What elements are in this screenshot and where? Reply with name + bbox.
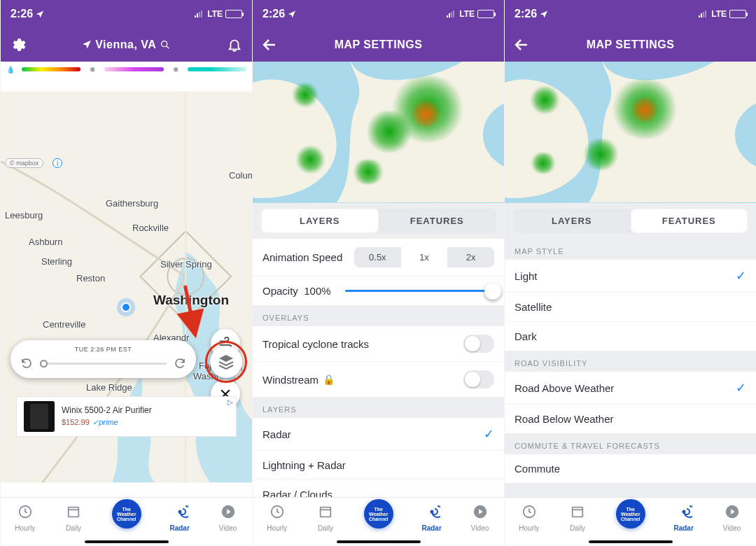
back-button[interactable] [513, 36, 530, 53]
speed-0-5x[interactable]: 0.5x [354, 247, 401, 267]
twc-logo-icon: The Weather Channel [364, 499, 393, 528]
row-lightning-radar[interactable]: Lightning + Radar [253, 450, 504, 479]
map-legend: 💧 ❄︎ ❄ [1, 62, 252, 77]
history-forward-button[interactable] [172, 356, 188, 371]
row-style-light[interactable]: Light✓ [505, 260, 756, 292]
back-button[interactable] [261, 36, 278, 53]
tab-hourly[interactable]: Hourly [15, 502, 35, 532]
tab-radar[interactable]: Radar [673, 502, 693, 532]
status-bar: 2:26 LTE [505, 0, 756, 28]
clock-icon [522, 504, 537, 519]
speed-1x[interactable]: 1x [401, 247, 448, 267]
tab-daily[interactable]: Daily [64, 502, 83, 532]
row-radar[interactable]: Radar✓ [253, 418, 504, 450]
section-map-style: MAP STYLE [505, 239, 756, 260]
speed-segment[interactable]: 0.5x 1x 2x [354, 247, 494, 267]
ad-banner[interactable]: Winix 5500-2 Air Purifier $152.99 ✓prime… [16, 396, 237, 437]
app-bar: Vienna, VA [1, 28, 252, 62]
play-icon [472, 504, 488, 519]
signal-icon [699, 10, 708, 18]
row-windstream[interactable]: Windstream🔒 [253, 361, 504, 397]
tab-home[interactable]: The Weather Channel [616, 499, 645, 528]
home-indicator [337, 540, 421, 543]
speed-2x[interactable]: 2x [447, 247, 494, 267]
city-label: Colum [229, 170, 252, 181]
city-label: Centreville [43, 319, 85, 330]
row-style-satellite[interactable]: Satellite [505, 292, 756, 321]
bell-icon[interactable] [227, 37, 242, 52]
tab-hourly[interactable]: Hourly [267, 502, 287, 532]
clock-icon [270, 504, 285, 519]
tab-daily[interactable]: Daily [568, 502, 587, 532]
lock-icon: 🔒 [323, 374, 335, 385]
layers-features-segment[interactable]: LAYERS FEATURES [513, 209, 748, 233]
layers-icon [218, 354, 234, 370]
battery-icon [729, 10, 746, 18]
history-back-icon [20, 357, 33, 370]
tab-bar: Hourly Daily The Weather Channel Radar V… [1, 497, 252, 546]
layers-features-segment[interactable]: LAYERS FEATURES [261, 209, 496, 233]
history-back-button[interactable] [19, 356, 34, 371]
layers-fab[interactable] [210, 346, 242, 378]
row-road-below[interactable]: Road Below Weather [505, 404, 756, 433]
play-icon [220, 504, 236, 519]
section-overlays: OVERLAYS [253, 305, 504, 326]
time-slider[interactable] [40, 363, 167, 365]
segment-layers[interactable]: LAYERS [261, 209, 379, 233]
city-label: Lake Ridge [86, 382, 132, 393]
signal-icon [195, 10, 204, 18]
tab-radar[interactable]: Radar [169, 502, 189, 532]
tab-home[interactable]: The Weather Channel [364, 499, 393, 528]
tab-daily[interactable]: Daily [316, 502, 335, 532]
svg-rect-14 [573, 507, 583, 517]
home-indicator [85, 540, 169, 543]
segment-features[interactable]: FEATURES [379, 209, 496, 233]
animation-time-bar: TUE 2:26 PM EST [10, 340, 196, 378]
location-arrow-icon [288, 10, 296, 18]
toggle-tropical[interactable] [463, 335, 494, 353]
opacity-slider[interactable] [345, 290, 494, 292]
ad-choices-icon[interactable]: ▷ [227, 398, 233, 406]
segment-layers[interactable]: LAYERS [513, 209, 631, 233]
tab-home[interactable]: The Weather Channel [112, 499, 141, 528]
arrow-left-icon [261, 36, 278, 53]
tab-radar[interactable]: Radar [421, 502, 441, 532]
panel-main-map: 2:26 LTE Vienna, VA 💧 ❄︎ ❄ [0, 0, 252, 546]
ad-image [24, 401, 55, 432]
row-style-dark[interactable]: Dark [505, 321, 756, 351]
calendar-icon [66, 504, 81, 519]
tab-video[interactable]: Video [218, 502, 238, 532]
rain-icon: 💧 [6, 66, 13, 74]
segment-features[interactable]: FEATURES [631, 209, 748, 233]
radar-map[interactable]: © mapbox i Colum Gaithersburg Rockville … [1, 77, 252, 497]
status-bar: 2:26 LTE [253, 0, 504, 28]
row-tropical-cyclone[interactable]: Tropical cyclone tracks [253, 326, 504, 361]
tab-bar: Hourly Daily The Weather Channel Radar V… [505, 497, 756, 546]
row-commute[interactable]: Commute [505, 454, 756, 483]
info-icon[interactable]: i [52, 158, 62, 168]
toggle-windstream[interactable] [463, 370, 494, 388]
row-road-above[interactable]: Road Above Weather✓ [505, 372, 756, 404]
tab-video[interactable]: Video [470, 502, 490, 532]
ad-title: Winix 5500-2 Air Purifier [62, 405, 152, 415]
page-title: MAP SETTINGS [587, 38, 675, 51]
location-arrow-icon [82, 39, 92, 49]
city-label: Ashburn [29, 237, 62, 247]
row-animation-speed: Animation Speed 0.5x 1x 2x [253, 239, 504, 276]
mapbox-attribution: © mapbox [5, 158, 43, 168]
location-arrow-icon [36, 10, 44, 18]
row-radar-clouds[interactable]: Radar / Clouds [253, 479, 504, 497]
location-arrow-icon [540, 10, 548, 18]
tab-hourly[interactable]: Hourly [519, 502, 539, 532]
location-title[interactable]: Vienna, VA [82, 38, 170, 51]
app-bar: MAP SETTINGS [505, 28, 756, 62]
tab-video[interactable]: Video [722, 502, 742, 532]
status-bar: 2:26 LTE [1, 0, 252, 28]
gear-icon[interactable] [9, 36, 26, 53]
section-commute: COMMUTE & TRAVEL FORECASTS [505, 433, 756, 454]
city-label-main: Washington [153, 293, 229, 308]
clock-icon [18, 504, 33, 519]
panel-settings-features: 2:26 LTE MAP SETTINGS LAYERS FEATURES MA… [504, 0, 756, 546]
svg-point-7 [178, 511, 181, 513]
check-icon: ✓ [736, 268, 746, 284]
